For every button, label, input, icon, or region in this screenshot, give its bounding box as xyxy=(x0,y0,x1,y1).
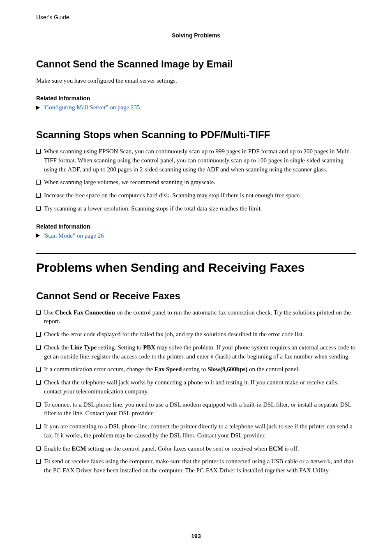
list-item: Enable the ECM setting on the control pa… xyxy=(36,444,356,453)
list-item-text: Use Check Fax Connection on the control … xyxy=(44,308,356,326)
square-bullet-icon xyxy=(36,180,41,184)
page-number: 193 xyxy=(0,533,392,539)
list-item: Check the error code displayed for the f… xyxy=(36,330,356,339)
square-bullet-icon xyxy=(36,310,41,314)
list-item: Increase the free space on the computer'… xyxy=(36,191,356,200)
bullet-list: When scanning using EPSON Scan, you can … xyxy=(36,147,356,213)
list-item-text: Increase the free space on the computer'… xyxy=(44,191,301,200)
list-item: Check that the telephone wall jack works… xyxy=(36,378,356,396)
list-item-text: Enable the ECM setting on the control pa… xyxy=(44,444,299,453)
bullet-list: Use Check Fax Connection on the control … xyxy=(36,308,356,475)
related-link-row[interactable]: "Configuring Mail Server" on page 235 xyxy=(36,104,356,111)
square-bullet-icon xyxy=(36,367,41,371)
body-text: Make sure you have configured the email … xyxy=(36,76,356,85)
list-item-text: Check that the telephone wall jack works… xyxy=(44,378,356,396)
square-bullet-icon xyxy=(36,206,41,210)
list-item: To connect to a DSL phone line, you need… xyxy=(36,400,356,419)
list-item-text: Check the error code displayed for the f… xyxy=(44,330,304,339)
list-item-text: To connect to a DSL phone line, you need… xyxy=(44,400,356,419)
list-item-text: Check the Line Type setting. Setting to … xyxy=(44,343,356,361)
doc-title: User's Guide xyxy=(36,14,356,21)
square-bullet-icon xyxy=(36,149,41,153)
square-bullet-icon xyxy=(36,380,41,384)
list-item: Use Check Fax Connection on the control … xyxy=(36,308,356,326)
list-item: Check the Line Type setting. Setting to … xyxy=(36,343,356,361)
related-info-label: Related Information xyxy=(36,95,356,102)
list-item: To send or receive faxes using the compu… xyxy=(36,457,356,475)
square-bullet-icon xyxy=(36,459,41,463)
square-bullet-icon xyxy=(36,193,41,197)
square-bullet-icon xyxy=(36,332,41,336)
list-item-text: When scanning using EPSON Scan, you can … xyxy=(44,147,356,174)
list-item-text: If you are connecting to a DSL phone lin… xyxy=(44,422,356,440)
arrow-right-icon xyxy=(36,234,40,238)
arrow-right-icon xyxy=(36,106,40,110)
heading-cannot-send-email: Cannot Send the Scanned Image by Email xyxy=(36,58,356,70)
square-bullet-icon xyxy=(36,424,41,428)
heading-cannot-send-receive-faxes: Cannot Send or Receive Faxes xyxy=(36,290,356,302)
list-item-text: When scanning large volumes, we recommen… xyxy=(44,178,215,187)
list-item-text: If a communication error occurs, change … xyxy=(44,365,300,374)
list-item: When scanning using EPSON Scan, you can … xyxy=(36,147,356,174)
list-item: Try scanning at a lower resolution. Scan… xyxy=(36,204,356,213)
list-item-text: Try scanning at a lower resolution. Scan… xyxy=(44,204,262,213)
square-bullet-icon xyxy=(36,345,41,349)
related-info-label: Related Information xyxy=(36,223,356,230)
square-bullet-icon xyxy=(36,446,41,451)
list-item-text: To send or receive faxes using the compu… xyxy=(44,457,356,475)
list-item: When scanning large volumes, we recommen… xyxy=(36,178,356,187)
link-configuring-mail-server[interactable]: "Configuring Mail Server" on page 235 xyxy=(42,104,140,111)
link-scan-mode[interactable]: "Scan Mode" on page 26 xyxy=(42,232,104,239)
list-item: If a communication error occurs, change … xyxy=(36,365,356,374)
section-divider xyxy=(36,253,356,254)
heading-scanning-stops: Scanning Stops when Scanning to PDF/Mult… xyxy=(36,129,356,141)
heading-fax-problems: Problems when Sending and Receiving Faxe… xyxy=(36,261,356,275)
section-label: Solving Problems xyxy=(36,32,356,39)
related-link-row[interactable]: "Scan Mode" on page 26 xyxy=(36,232,356,239)
square-bullet-icon xyxy=(36,402,41,407)
list-item: If you are connecting to a DSL phone lin… xyxy=(36,422,356,440)
